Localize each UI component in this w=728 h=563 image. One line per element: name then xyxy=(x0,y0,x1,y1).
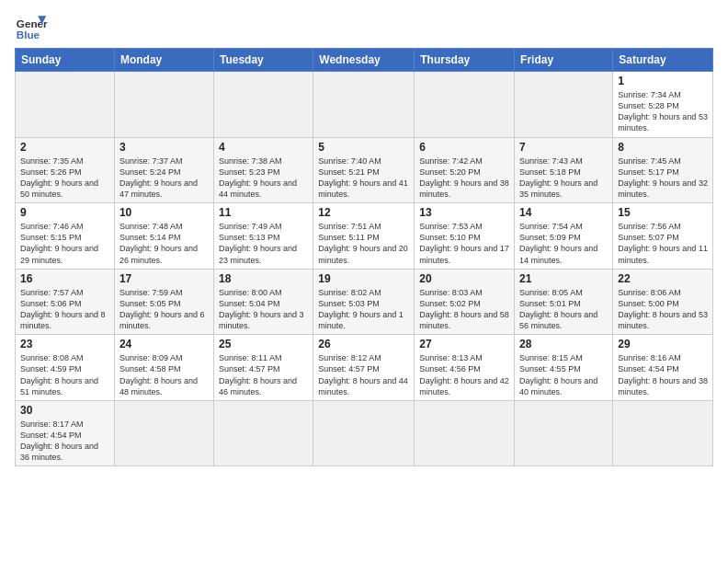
calendar-week-row: 9Sunrise: 7:46 AM Sunset: 5:15 PM Daylig… xyxy=(16,203,713,270)
calendar-cell: 24Sunrise: 8:09 AM Sunset: 4:58 PM Dayli… xyxy=(114,335,213,401)
day-number: 7 xyxy=(519,141,608,154)
calendar-cell: 2Sunrise: 7:35 AM Sunset: 5:26 PM Daylig… xyxy=(16,137,115,203)
header: General Blue xyxy=(15,9,713,42)
day-info: Sunrise: 7:45 AM Sunset: 5:17 PM Dayligh… xyxy=(618,155,708,201)
day-info: Sunrise: 8:17 AM Sunset: 4:54 PM Dayligh… xyxy=(20,419,109,464)
day-number: 22 xyxy=(618,272,708,285)
day-info: Sunrise: 7:46 AM Sunset: 5:15 PM Dayligh… xyxy=(20,221,109,266)
day-number: 27 xyxy=(419,338,509,350)
day-info: Sunrise: 7:51 AM Sunset: 5:11 PM Dayligh… xyxy=(318,221,409,266)
calendar-cell: 1Sunrise: 7:34 AM Sunset: 5:28 PM Daylig… xyxy=(613,72,713,138)
day-number: 29 xyxy=(618,338,708,350)
day-number: 2 xyxy=(20,141,109,154)
calendar-week-row: 2Sunrise: 7:35 AM Sunset: 5:26 PM Daylig… xyxy=(16,137,713,203)
day-info: Sunrise: 8:08 AM Sunset: 4:59 PM Dayligh… xyxy=(20,352,109,397)
weekday-header-friday: Friday xyxy=(515,49,613,72)
calendar-cell: 18Sunrise: 8:00 AM Sunset: 5:04 PM Dayli… xyxy=(213,269,313,335)
calendar-cell xyxy=(16,72,115,138)
calendar-cell: 14Sunrise: 7:54 AM Sunset: 5:09 PM Dayli… xyxy=(515,203,613,270)
day-info: Sunrise: 8:09 AM Sunset: 4:58 PM Dayligh… xyxy=(119,352,209,397)
calendar-cell: 7Sunrise: 7:43 AM Sunset: 5:18 PM Daylig… xyxy=(515,137,613,203)
day-info: Sunrise: 7:40 AM Sunset: 5:21 PM Dayligh… xyxy=(318,155,409,201)
weekday-header-monday: Monday xyxy=(114,49,213,72)
day-info: Sunrise: 8:11 AM Sunset: 4:57 PM Dayligh… xyxy=(219,352,308,397)
calendar-cell: 15Sunrise: 7:56 AM Sunset: 5:07 PM Dayli… xyxy=(613,203,713,270)
day-number: 20 xyxy=(419,272,509,285)
calendar-cell: 6Sunrise: 7:42 AM Sunset: 5:20 PM Daylig… xyxy=(415,137,515,203)
day-info: Sunrise: 7:53 AM Sunset: 5:10 PM Dayligh… xyxy=(419,221,509,266)
day-number: 18 xyxy=(219,272,308,285)
weekday-header-sunday: Sunday xyxy=(16,49,115,72)
logo: General Blue xyxy=(15,9,48,42)
calendar-cell: 13Sunrise: 7:53 AM Sunset: 5:10 PM Dayli… xyxy=(415,203,515,270)
calendar-cell: 10Sunrise: 7:48 AM Sunset: 5:14 PM Dayli… xyxy=(114,203,213,270)
calendar-cell: 12Sunrise: 7:51 AM Sunset: 5:11 PM Dayli… xyxy=(313,203,415,270)
calendar-cell: 4Sunrise: 7:38 AM Sunset: 5:23 PM Daylig… xyxy=(213,137,313,203)
day-info: Sunrise: 7:37 AM Sunset: 5:24 PM Dayligh… xyxy=(119,155,209,201)
generalblue-logo-icon: General Blue xyxy=(15,9,48,42)
calendar-cell: 5Sunrise: 7:40 AM Sunset: 5:21 PM Daylig… xyxy=(313,137,415,203)
day-info: Sunrise: 8:05 AM Sunset: 5:01 PM Dayligh… xyxy=(519,287,608,332)
day-info: Sunrise: 7:38 AM Sunset: 5:23 PM Dayligh… xyxy=(219,155,308,201)
calendar-table: SundayMondayTuesdayWednesdayThursdayFrid… xyxy=(15,48,713,466)
calendar-cell: 22Sunrise: 8:06 AM Sunset: 5:00 PM Dayli… xyxy=(613,269,713,335)
day-info: Sunrise: 7:43 AM Sunset: 5:18 PM Dayligh… xyxy=(519,155,608,201)
day-number: 13 xyxy=(419,206,509,219)
day-number: 5 xyxy=(318,141,409,154)
day-number: 15 xyxy=(618,206,708,219)
day-number: 9 xyxy=(20,206,109,219)
svg-text:Blue: Blue xyxy=(17,29,40,40)
day-info: Sunrise: 7:56 AM Sunset: 5:07 PM Dayligh… xyxy=(618,221,708,266)
day-info: Sunrise: 8:16 AM Sunset: 4:54 PM Dayligh… xyxy=(618,352,708,397)
day-number: 23 xyxy=(20,338,109,350)
calendar-cell: 19Sunrise: 8:02 AM Sunset: 5:03 PM Dayli… xyxy=(313,269,415,335)
day-number: 16 xyxy=(20,272,109,285)
calendar-cell xyxy=(313,400,415,466)
day-info: Sunrise: 7:59 AM Sunset: 5:05 PM Dayligh… xyxy=(119,287,209,332)
weekday-header-row: SundayMondayTuesdayWednesdayThursdayFrid… xyxy=(16,49,713,72)
day-info: Sunrise: 7:49 AM Sunset: 5:13 PM Dayligh… xyxy=(219,221,308,266)
day-info: Sunrise: 8:06 AM Sunset: 5:00 PM Dayligh… xyxy=(618,287,708,332)
day-number: 6 xyxy=(419,141,509,154)
calendar-cell xyxy=(114,72,213,138)
calendar-cell: 8Sunrise: 7:45 AM Sunset: 5:17 PM Daylig… xyxy=(613,137,713,203)
day-info: Sunrise: 8:15 AM Sunset: 4:55 PM Dayligh… xyxy=(519,352,608,397)
calendar-cell xyxy=(515,72,613,138)
day-number: 14 xyxy=(519,206,608,219)
calendar-cell: 27Sunrise: 8:13 AM Sunset: 4:56 PM Dayli… xyxy=(415,335,515,401)
calendar-cell: 26Sunrise: 8:12 AM Sunset: 4:57 PM Dayli… xyxy=(313,335,415,401)
calendar-cell xyxy=(213,72,313,138)
day-info: Sunrise: 7:34 AM Sunset: 5:28 PM Dayligh… xyxy=(618,89,708,134)
day-info: Sunrise: 7:42 AM Sunset: 5:20 PM Dayligh… xyxy=(419,155,509,201)
day-info: Sunrise: 8:12 AM Sunset: 4:57 PM Dayligh… xyxy=(318,352,409,397)
calendar-cell: 29Sunrise: 8:16 AM Sunset: 4:54 PM Dayli… xyxy=(613,335,713,401)
weekday-header-wednesday: Wednesday xyxy=(313,49,415,72)
day-number: 26 xyxy=(318,338,409,350)
day-number: 19 xyxy=(318,272,409,285)
calendar-cell: 9Sunrise: 7:46 AM Sunset: 5:15 PM Daylig… xyxy=(16,203,115,270)
calendar-cell: 16Sunrise: 7:57 AM Sunset: 5:06 PM Dayli… xyxy=(16,269,115,335)
day-number: 24 xyxy=(119,338,209,350)
day-info: Sunrise: 7:48 AM Sunset: 5:14 PM Dayligh… xyxy=(119,221,209,266)
day-number: 8 xyxy=(618,141,708,154)
weekday-header-saturday: Saturday xyxy=(613,49,713,72)
calendar-cell xyxy=(213,400,313,466)
calendar-cell: 28Sunrise: 8:15 AM Sunset: 4:55 PM Dayli… xyxy=(515,335,613,401)
calendar-cell: 25Sunrise: 8:11 AM Sunset: 4:57 PM Dayli… xyxy=(213,335,313,401)
day-info: Sunrise: 7:57 AM Sunset: 5:06 PM Dayligh… xyxy=(20,287,109,332)
calendar-cell xyxy=(313,72,415,138)
day-number: 25 xyxy=(219,338,308,350)
day-number: 28 xyxy=(519,338,608,350)
calendar-cell: 21Sunrise: 8:05 AM Sunset: 5:01 PM Dayli… xyxy=(515,269,613,335)
day-number: 30 xyxy=(20,404,109,417)
calendar-week-row: 23Sunrise: 8:08 AM Sunset: 4:59 PM Dayli… xyxy=(16,335,713,401)
calendar-cell: 20Sunrise: 8:03 AM Sunset: 5:02 PM Dayli… xyxy=(415,269,515,335)
weekday-header-tuesday: Tuesday xyxy=(213,49,313,72)
calendar-cell xyxy=(613,400,713,466)
calendar-cell: 11Sunrise: 7:49 AM Sunset: 5:13 PM Dayli… xyxy=(213,203,313,270)
day-number: 17 xyxy=(119,272,209,285)
day-number: 1 xyxy=(618,75,708,87)
calendar-cell: 17Sunrise: 7:59 AM Sunset: 5:05 PM Dayli… xyxy=(114,269,213,335)
day-info: Sunrise: 8:02 AM Sunset: 5:03 PM Dayligh… xyxy=(318,287,409,332)
day-number: 12 xyxy=(318,206,409,219)
